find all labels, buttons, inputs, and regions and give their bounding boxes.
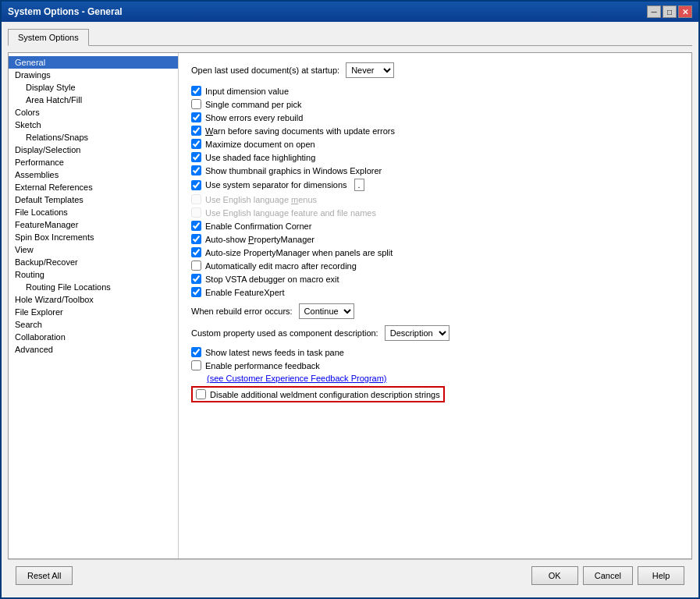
sidebar-item-backup-recover[interactable]: Backup/Recover — [9, 256, 178, 268]
cb-stop-vsta-label: Stop VSTA debugger on macro exit — [205, 275, 339, 284]
sidebar-item-external-references[interactable]: External References — [9, 181, 178, 193]
sidebar-item-area-hatch-fill[interactable]: Area Hatch/Fill — [9, 94, 178, 106]
cb-warn-saving-label: Warn before saving documents with update… — [205, 126, 395, 136]
maximize-button[interactable]: □ — [663, 5, 677, 18]
title-bar: System Options - General ─ □ ✕ — [2, 2, 698, 22]
cb-single-command-label: Single command per pick — [205, 100, 302, 109]
help-button[interactable]: Help — [638, 566, 684, 585]
rebuild-error-label: When rebuild error occurs: — [191, 307, 293, 316]
cb-latest-news-label: Show latest news feeds in task pane — [205, 348, 344, 357]
sidebar-item-file-explorer[interactable]: File Explorer — [9, 306, 178, 318]
sidebar-item-assemblies[interactable]: Assemblies — [9, 168, 178, 181]
cb-maximize-open: Maximize document on open — [191, 139, 679, 149]
sidebar-item-sketch[interactable]: Sketch — [9, 119, 178, 131]
checkboxes-group2: Show latest news feeds in task pane Enab… — [191, 347, 679, 370]
open-last-select[interactable]: Never Prompt Always — [346, 62, 394, 78]
cb-auto-edit-macro-input[interactable] — [191, 261, 201, 271]
rebuild-error-select[interactable]: Continue Prompt Stop — [299, 303, 354, 319]
sidebar-item-drawings[interactable]: Drawings — [9, 69, 178, 81]
cancel-button[interactable]: Cancel — [583, 566, 633, 585]
cb-auto-size-pm-input[interactable] — [191, 247, 201, 257]
sidebar-item-routing-file-locations[interactable]: Routing File Locations — [9, 281, 178, 293]
sidebar-item-collaboration[interactable]: Collaboration — [9, 331, 178, 343]
cb-input-dimension-label: Input dimension value — [205, 87, 289, 96]
cb-confirmation-corner: Enable Confirmation Corner — [191, 221, 679, 231]
cb-featurexpert: Enable FeatureXpert — [191, 287, 679, 297]
cb-thumbnail: Show thumbnail graphics in Windows Explo… — [191, 165, 679, 175]
cb-maximize-open-label: Maximize document on open — [205, 140, 315, 149]
cb-confirmation-corner-label: Enable Confirmation Corner — [205, 222, 311, 231]
sidebar-item-feature-manager[interactable]: FeatureManager — [9, 218, 178, 231]
cb-confirmation-corner-input[interactable] — [191, 221, 201, 231]
reset-all-button[interactable]: Reset All — [16, 566, 73, 585]
cb-featurexpert-input[interactable] — [191, 287, 201, 297]
cb-weldment-input[interactable] — [196, 389, 206, 399]
cb-auto-show-pm: Auto-show PropertyManager — [191, 234, 679, 244]
cb-shaded-face-input[interactable] — [191, 152, 201, 162]
custom-property-label: Custom property used as component descri… — [191, 328, 378, 338]
sidebar-item-hole-wizard-toolbox[interactable]: Hole Wizard/Toolbox — [9, 293, 178, 306]
title-bar-controls: ─ □ ✕ — [647, 5, 692, 18]
sidebar-item-file-locations[interactable]: File Locations — [9, 206, 178, 218]
main-panel: Open last used document(s) at startup: N… — [179, 53, 691, 558]
sidebar-item-performance[interactable]: Performance — [9, 156, 178, 168]
bottom-bar: Reset All OK Cancel Help — [8, 559, 692, 591]
sidebar-item-colors[interactable]: Colors — [9, 106, 178, 119]
cb-auto-edit-macro: Automatically edit macro after recording — [191, 261, 679, 271]
cb-enable-performance-input[interactable] — [191, 360, 201, 370]
cb-weldment-label: Disable additional weldment configuratio… — [210, 390, 440, 399]
cb-show-errors-input[interactable] — [191, 112, 201, 122]
cb-english-feature: Use English language feature and file na… — [191, 207, 679, 218]
minimize-button[interactable]: ─ — [647, 5, 661, 18]
sidebar-item-relations-snaps[interactable]: Relations/Snaps — [9, 131, 178, 144]
cb-auto-size-pm: Auto-size PropertyManager when panels ar… — [191, 247, 679, 257]
sidebar-item-general[interactable]: General — [9, 56, 178, 69]
cb-system-separator: Use system separator for dimensions . — [191, 179, 679, 191]
cb-system-separator-input[interactable] — [191, 180, 201, 190]
content-area: GeneralDrawingsDisplay StyleArea Hatch/F… — [8, 52, 692, 559]
sidebar-item-display-style[interactable]: Display Style — [9, 81, 178, 94]
sidebar-item-display-selection[interactable]: Display/Selection — [9, 144, 178, 156]
cb-auto-show-pm-label: Auto-show PropertyManager — [205, 235, 314, 244]
cb-english-menus: Use English language menus — [191, 194, 679, 204]
cb-stop-vsta: Stop VSTA debugger on macro exit — [191, 274, 679, 284]
cb-english-feature-input[interactable] — [191, 207, 201, 218]
cb-warn-saving-input[interactable] — [191, 126, 201, 136]
separator-box-value: . — [354, 179, 364, 191]
cb-featurexpert-label: Enable FeatureXpert — [205, 288, 285, 297]
feedback-link[interactable]: (see Customer Experience Feedback Progra… — [191, 374, 679, 383]
cb-show-errors: Show errors every rebuild — [191, 112, 679, 122]
tab-bar: System Options — [8, 28, 692, 46]
sidebar-item-search[interactable]: Search — [9, 318, 178, 331]
cb-latest-news: Show latest news feeds in task pane — [191, 347, 679, 357]
sidebar-item-spin-box-increments[interactable]: Spin Box Increments — [9, 231, 178, 243]
cb-enable-performance-label: Enable performance feedback — [205, 361, 320, 370]
custom-property-select[interactable]: Description Component Title — [385, 325, 449, 341]
cb-auto-show-pm-input[interactable] — [191, 234, 201, 244]
dialog-body: System Options GeneralDrawingsDisplay St… — [2, 22, 698, 597]
cb-system-separator-label: Use system separator for dimensions — [205, 180, 347, 190]
cb-stop-vsta-input[interactable] — [191, 274, 201, 284]
ok-button[interactable]: OK — [531, 566, 578, 585]
cb-shaded-face-label: Use shaded face highlighting — [205, 153, 315, 162]
sidebar-item-routing[interactable]: Routing — [9, 268, 178, 281]
open-last-label: Open last used document(s) at startup: — [191, 66, 339, 75]
sidebar-item-advanced[interactable]: Advanced — [9, 343, 178, 356]
cb-single-command-input[interactable] — [191, 99, 201, 109]
sidebar-item-view[interactable]: View — [9, 243, 178, 256]
rebuild-error-row: When rebuild error occurs: Continue Prom… — [191, 303, 679, 319]
sidebar-item-default-templates[interactable]: Default Templates — [9, 193, 178, 206]
cb-latest-news-input[interactable] — [191, 347, 201, 357]
cb-weldment: Disable additional weldment configuratio… — [196, 389, 440, 399]
cb-maximize-open-input[interactable] — [191, 139, 201, 149]
cb-auto-edit-macro-label: Automatically edit macro after recording — [205, 261, 357, 271]
cb-english-menus-input[interactable] — [191, 194, 201, 204]
cb-input-dimension-input[interactable] — [191, 86, 201, 96]
cb-shaded-face: Use shaded face highlighting — [191, 152, 679, 162]
window-title: System Options - General — [8, 6, 123, 17]
cb-thumbnail-input[interactable] — [191, 165, 201, 175]
dialog-buttons: OK Cancel Help — [531, 566, 684, 585]
custom-property-row: Custom property used as component descri… — [191, 325, 679, 341]
tab-system-options[interactable]: System Options — [8, 29, 89, 46]
close-button[interactable]: ✕ — [678, 5, 692, 18]
